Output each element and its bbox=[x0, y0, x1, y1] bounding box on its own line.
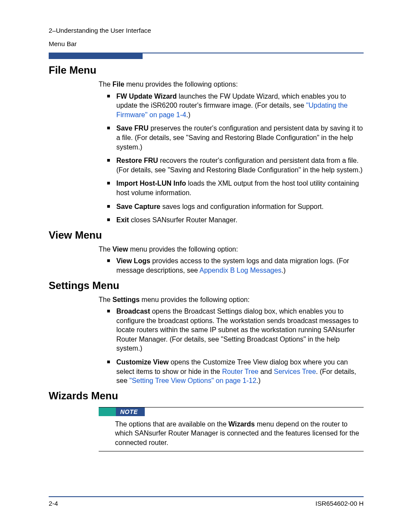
file-menu-intro: The File menu provides the following opt… bbox=[99, 80, 364, 89]
list-item: Save Capture saves logs and configuratio… bbox=[107, 202, 364, 212]
wizards-menu-heading: Wizards Menu bbox=[49, 390, 364, 402]
file-menu-heading: File Menu bbox=[49, 64, 364, 76]
note-text: The options that are available on the Wi… bbox=[115, 420, 364, 448]
doc-id: ISR654602-00 H bbox=[315, 500, 364, 507]
file-menu-list: FW Update Wizard launches the FW Update … bbox=[107, 92, 364, 225]
link-services-tree[interactable]: Services Tree bbox=[274, 368, 316, 375]
view-menu-list: View Logs provides access to the system … bbox=[107, 256, 364, 275]
note-bottom-rule bbox=[99, 451, 364, 451]
list-item: FW Update Wizard launches the FW Update … bbox=[107, 92, 364, 120]
note-block: NOTE The options that are available on t… bbox=[99, 407, 364, 451]
list-item: Customize View opens the Customize Tree … bbox=[107, 358, 364, 386]
view-menu-heading: View Menu bbox=[49, 229, 364, 241]
note-label: NOTE bbox=[116, 408, 145, 416]
list-item: Save FRU preserves the router's configur… bbox=[107, 124, 364, 152]
link-appendix-b[interactable]: Appendix B Log Messages bbox=[199, 267, 281, 274]
list-item: View Logs provides access to the system … bbox=[107, 256, 364, 275]
page-number: 2-4 bbox=[49, 500, 58, 507]
link-router-tree[interactable]: Router Tree bbox=[222, 368, 258, 375]
page-footer: 2-4 ISR654602-00 H bbox=[49, 496, 364, 507]
note-teal-accent bbox=[99, 408, 116, 416]
footer-rule bbox=[49, 496, 364, 497]
header-accent-bar bbox=[49, 53, 143, 59]
list-item: Restore FRU recovers the router's config… bbox=[107, 156, 364, 174]
settings-menu-list: Broadcast opens the Broadcast Settings d… bbox=[107, 307, 364, 386]
link-tree-view-options[interactable]: "Setting Tree View Options" on page 1-12 bbox=[129, 377, 256, 384]
list-item: Exit closes SANsurfer Router Manager. bbox=[107, 215, 364, 225]
settings-menu-intro: The Settings menu provides the following… bbox=[99, 295, 364, 305]
header-section: Menu Bar bbox=[49, 39, 364, 48]
list-item: Broadcast opens the Broadcast Settings d… bbox=[107, 307, 364, 353]
settings-menu-heading: Settings Menu bbox=[49, 280, 364, 292]
view-menu-intro: The View menu provides the following opt… bbox=[99, 245, 364, 254]
header-chapter: 2–Understanding the User Interface bbox=[49, 26, 364, 35]
list-item: Import Host-LUN Info loads the XML outpu… bbox=[107, 179, 364, 197]
